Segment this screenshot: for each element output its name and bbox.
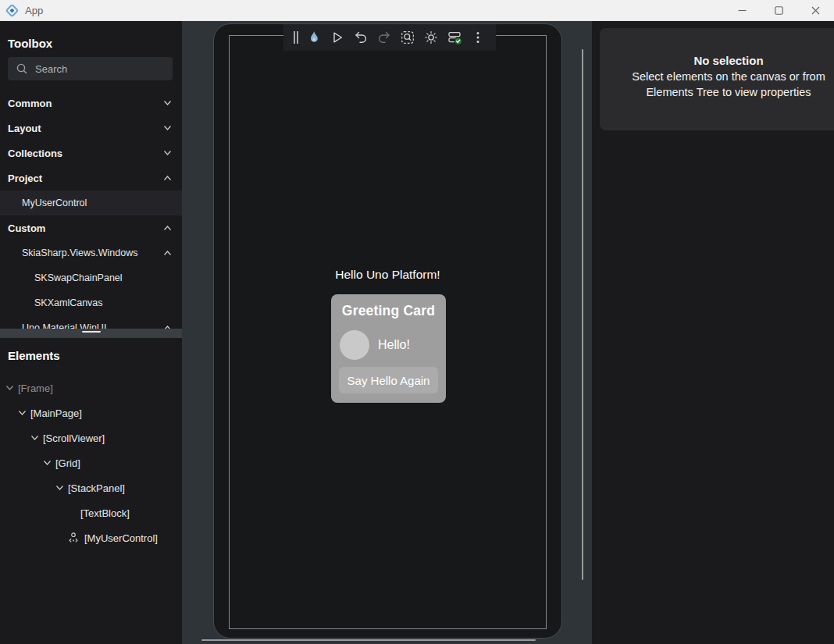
- elements-title: Elements: [8, 349, 60, 362]
- toolbox-item-skswapchainpanel[interactable]: SKSwapChainPanel: [0, 265, 182, 290]
- tree-item-textblock[interactable]: [TextBlock]: [0, 500, 182, 525]
- device-frame: Hello Uno Platform! Greeting Card Hello!…: [213, 23, 562, 639]
- search-icon: [16, 62, 28, 75]
- section-label: Project: [8, 173, 42, 184]
- elements-tree: [Frame] [MainPage] [ScrollViewer] [Grid]…: [0, 375, 182, 550]
- toolbox-item-label: SKXamlCanvas: [34, 297, 103, 308]
- app-window: App Toolbox Co: [0, 0, 834, 644]
- toolbox-section-common[interactable]: Common: [0, 91, 182, 116]
- toolbox-sections: Common Layout Collections Project MyUser…: [0, 91, 182, 340]
- splitter-grip-icon: [82, 331, 101, 333]
- chevron-up-icon: [163, 225, 172, 231]
- chevron-down-icon: [55, 485, 64, 491]
- section-label: Layout: [8, 123, 41, 134]
- search-input[interactable]: [35, 63, 173, 75]
- chevron-down-icon: [163, 100, 172, 106]
- section-label: Common: [8, 98, 52, 109]
- tree-item-frame[interactable]: [Frame]: [0, 375, 182, 400]
- chevron-down-icon: [163, 150, 172, 156]
- play-button[interactable]: [326, 24, 349, 51]
- section-label: Collections: [8, 148, 62, 159]
- more-options-button[interactable]: [466, 24, 490, 51]
- tree-item-mainpage[interactable]: [MainPage]: [0, 400, 182, 425]
- toolbox-section-custom[interactable]: Custom: [0, 215, 182, 240]
- toolbox-search[interactable]: [8, 57, 173, 80]
- close-button[interactable]: [797, 0, 834, 20]
- titlebar: App: [0, 0, 834, 21]
- canvas-horizontal-scrollbar[interactable]: [201, 639, 536, 641]
- app-logo-icon: [5, 4, 19, 17]
- user-control-icon: [68, 532, 80, 544]
- avatar-ellipse[interactable]: [340, 330, 369, 360]
- panel-splitter[interactable]: [0, 329, 182, 338]
- chevron-down-icon: [43, 460, 52, 466]
- chevron-down-icon: [18, 410, 27, 416]
- minimize-button[interactable]: [724, 0, 761, 20]
- toolbox-group-skiasharp[interactable]: SkiaSharp.Views.Windows: [0, 240, 182, 265]
- element-picker-icon[interactable]: [396, 24, 419, 51]
- greeting-text: Hello!: [378, 338, 410, 352]
- canvas-textblock[interactable]: Hello Uno Platform!: [214, 268, 561, 282]
- greeting-card-title: Greeting Card: [331, 303, 446, 319]
- no-selection-title: No selection: [600, 54, 834, 67]
- tree-item-grid[interactable]: [Grid]: [0, 450, 182, 475]
- app-title: App: [25, 5, 43, 16]
- tree-item-scrollviewer[interactable]: [ScrollViewer]: [0, 425, 182, 450]
- tree-item-label: [TextBlock]: [80, 507, 130, 519]
- toolbox-item-label: MyUserControl: [22, 197, 87, 208]
- toolbox-item-skxamlcanvas[interactable]: SKXamlCanvas: [0, 290, 182, 315]
- toolbox-section-layout[interactable]: Layout: [0, 116, 182, 141]
- toolbox-section-project[interactable]: Project: [0, 165, 182, 190]
- properties-panel: No selection Select elements on the canv…: [592, 21, 834, 644]
- tree-item-label: [MainPage]: [30, 407, 82, 419]
- section-label: Custom: [8, 222, 45, 234]
- tree-item-stackpanel[interactable]: [StackPanel]: [0, 475, 182, 500]
- chevron-up-icon: [163, 250, 172, 256]
- theme-toggle-icon[interactable]: [419, 24, 443, 51]
- no-selection-message: Select elements on the canvas or from El…: [618, 69, 834, 100]
- chevron-down-icon: [30, 435, 39, 441]
- tree-item-label: [Grid]: [55, 457, 80, 469]
- canvas-vertical-scrollbar[interactable]: [582, 49, 583, 580]
- window-controls: [724, 0, 834, 20]
- tree-item-label: [ScrollViewer]: [43, 432, 105, 444]
- toolbox-section-collections[interactable]: Collections: [0, 141, 182, 165]
- greeting-row: Hello!: [340, 330, 410, 360]
- group-label: SkiaSharp.Views.Windows: [22, 247, 137, 258]
- no-selection-card: No selection Select elements on the canv…: [600, 28, 834, 130]
- tree-item-myusercontrol[interactable]: [MyUserControl]: [0, 525, 182, 550]
- redo-button[interactable]: [372, 24, 396, 51]
- chevron-down-icon: [163, 125, 172, 131]
- toolbox-title: Toolbox: [8, 37, 52, 50]
- chevron-up-icon: [163, 175, 172, 181]
- tree-item-label: [MyUserControl]: [84, 532, 158, 544]
- tree-item-label: [Frame]: [18, 382, 53, 394]
- toolbar-drag-handle[interactable]: [290, 24, 302, 51]
- chevron-down-icon: [5, 385, 14, 391]
- toolbox-item-label: SKSwapChainPanel: [34, 272, 123, 283]
- say-hello-again-button[interactable]: Say Hello Again: [339, 367, 438, 393]
- maximize-button[interactable]: [761, 0, 797, 20]
- canvas-greeting-card[interactable]: Greeting Card Hello! Say Hello Again: [331, 294, 446, 403]
- undo-button[interactable]: [349, 24, 372, 51]
- connection-status-icon[interactable]: [443, 24, 466, 51]
- left-panel: Toolbox Common Layout Collections: [0, 21, 182, 644]
- toolbox-item-myusercontrol[interactable]: MyUserControl: [0, 190, 182, 215]
- hot-design-flame-icon[interactable]: [302, 24, 326, 51]
- canvas-area: Hello Uno Platform! Greeting Card Hello!…: [182, 21, 592, 644]
- designer-toolbar: [283, 24, 496, 51]
- tree-item-label: [StackPanel]: [68, 482, 125, 494]
